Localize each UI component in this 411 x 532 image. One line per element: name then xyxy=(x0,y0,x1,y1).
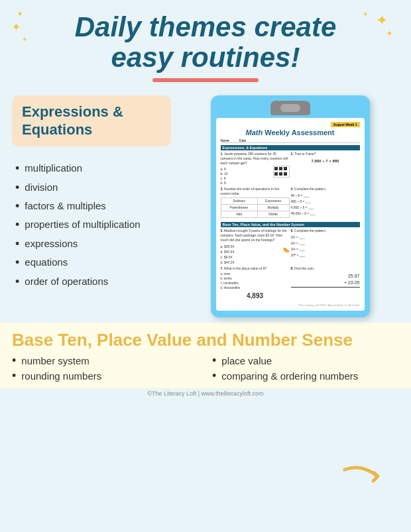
list-item: factors & multiples xyxy=(15,197,171,216)
bottom-section: Base Ten, Place Value and Number Sense n… xyxy=(0,323,411,388)
ws-title: Math Weekly Assessment xyxy=(221,129,360,136)
ws-q6: 6. Complete the pattern. 10¹ = ___ 10² =… xyxy=(291,229,360,265)
header-underline xyxy=(152,78,259,82)
list-item: place value xyxy=(212,354,399,368)
expressions-section: Expressions & Equations multiplication d… xyxy=(12,95,171,317)
expressions-box: Expressions & Equations xyxy=(12,95,171,146)
ws-q1: 1. Jacob prepares 280 crackers for 35 ca… xyxy=(221,152,290,186)
ws-q7: 7. What is the place value of 9? a. ones… xyxy=(221,266,290,301)
ws-q5: 5. Madison bought 3 packs of hotdogs for… xyxy=(221,229,290,265)
ws-q4: 4. Complete the pattern. 48 ÷ 8 = ___ 48… xyxy=(291,187,360,219)
ws-date-tag: August Week 1 xyxy=(331,122,360,127)
clipboard-section: August Week 1 Math Weekly Assessment Nam… xyxy=(181,95,399,317)
clipboard: August Week 1 Math Weekly Assessment Nam… xyxy=(211,95,370,317)
ws-section2-content: 5. Madison bought 3 packs of hotdogs for… xyxy=(221,229,360,301)
clipboard-outer: August Week 1 Math Weekly Assessment Nam… xyxy=(211,95,370,317)
list-item: order of operations xyxy=(15,273,171,292)
clipboard-clip xyxy=(270,101,310,115)
header: Daily themes create easy routines! xyxy=(0,0,411,89)
ws-section1-header: Expressions, & Equations xyxy=(221,145,360,150)
arrow-decoration xyxy=(341,460,388,496)
ws-q3: 3. Number the order of operations in the… xyxy=(221,187,290,219)
ws-q8: 8. Find the sum. 25.87+ 23.05 xyxy=(291,266,360,301)
expressions-bullet-list: multiplication division factors & multip… xyxy=(12,154,171,292)
header-title: Daily themes create easy routines! xyxy=(20,12,391,73)
list-item: number system xyxy=(12,354,199,368)
ws-q2: 2. True or False? 7,860 ÷ 7 > 880 xyxy=(291,152,360,186)
ws-section1-content: 1. Jacob prepares 280 crackers for 35 ca… xyxy=(221,152,360,219)
bottom-section-title: Base Ten, Place Value and Number Sense xyxy=(12,331,399,350)
main-content: Expressions & Equations multiplication d… xyxy=(0,89,411,317)
list-item: equations xyxy=(15,254,171,272)
footer: ©The Literacy Loft | www.theliteracyloft… xyxy=(0,388,411,400)
ws-section2-header: Base Ten, Place Value, and the Number Sy… xyxy=(221,222,360,227)
list-item: expressions xyxy=(15,235,171,254)
bottom-bullet-list: number system place value rounding numbe… xyxy=(12,354,399,383)
ws-header-row: August Week 1 xyxy=(221,122,360,127)
page: ✦ ✦ ✦ ✦ ✦ ✦ Daily themes create easy rou… xyxy=(0,0,411,532)
list-item: properties of multiplication xyxy=(15,216,171,235)
list-item: rounding numbers xyxy=(12,369,199,383)
list-item: comparing & ordering numbers xyxy=(212,369,399,383)
list-item: division xyxy=(15,179,171,197)
worksheet: August Week 1 Math Weekly Assessment Nam… xyxy=(216,118,365,311)
expressions-title: Expressions & Equations xyxy=(22,103,161,138)
list-item: multiplication xyxy=(15,160,171,178)
ws-name-row: Name Date xyxy=(221,138,360,143)
